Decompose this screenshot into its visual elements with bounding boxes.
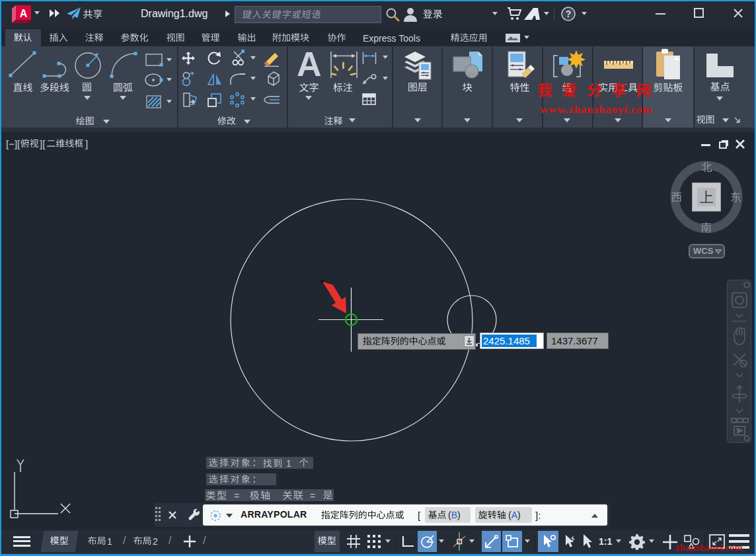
svg-text:A: A xyxy=(20,8,28,19)
svg-text:?: ? xyxy=(566,9,572,19)
